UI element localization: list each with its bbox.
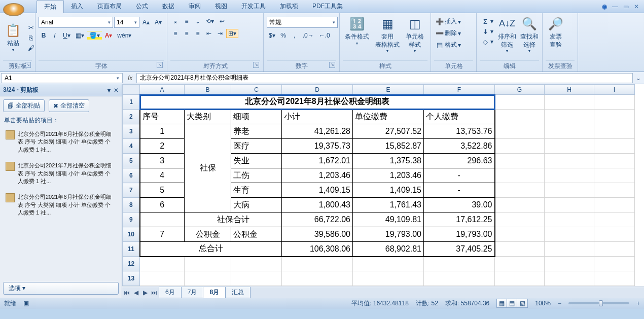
cell[interactable] xyxy=(545,227,594,242)
cell[interactable]: 序号 xyxy=(140,110,185,124)
cell[interactable]: 49,109.81 xyxy=(353,212,424,227)
tab-review[interactable]: 审阅 xyxy=(182,0,208,13)
row-header[interactable]: 9 xyxy=(123,212,140,227)
formula-bar[interactable]: 北京分公司2021年8月社保公积金明细表 xyxy=(136,73,633,83)
cell[interactable]: 1,761.43 xyxy=(353,198,424,212)
row-header[interactable]: 12 xyxy=(123,257,140,271)
restore-icon[interactable]: ▭ xyxy=(623,3,629,10)
row-header[interactable]: 3 xyxy=(123,124,140,139)
dec-decimal-button[interactable]: ←.0 xyxy=(317,31,332,40)
fx-icon[interactable]: fx xyxy=(124,75,136,82)
cell[interactable] xyxy=(282,271,353,286)
grow-font-button[interactable]: A▴ xyxy=(140,17,152,28)
align-right-button[interactable]: ≡ xyxy=(193,29,203,38)
tab-insert[interactable]: 插入 xyxy=(64,0,90,13)
italic-button[interactable]: I xyxy=(50,31,60,40)
cell[interactable]: 13,753.76 xyxy=(424,124,495,139)
cell[interactable]: 37,405.25 xyxy=(424,242,495,257)
cell[interactable] xyxy=(545,198,594,212)
font-color-button[interactable]: A▾ xyxy=(103,31,115,40)
cell[interactable]: 66,722.06 xyxy=(282,212,353,227)
cut-button[interactable]: ✂ xyxy=(25,23,37,32)
cell[interactable]: 68,902.81 xyxy=(353,242,424,257)
cell[interactable]: 社保 xyxy=(185,124,231,212)
office-button[interactable] xyxy=(3,3,24,16)
clip-item[interactable]: 北京分公司2021年6月社保公积金明细表 序号 大类别 细项 小计 单位缴费 个… xyxy=(2,190,120,220)
select-all-corner[interactable] xyxy=(123,85,140,95)
cell[interactable] xyxy=(594,139,635,154)
sort-filter-button[interactable]: A↓Z排序和 筛选▾ xyxy=(497,15,517,55)
cell[interactable] xyxy=(424,271,495,286)
cell[interactable]: 17,612.25 xyxy=(424,212,495,227)
sheet-nav-last[interactable]: ⏭ xyxy=(150,289,159,296)
cell[interactable] xyxy=(594,271,635,286)
view-break-button[interactable]: ▧ xyxy=(517,299,527,307)
tab-formula[interactable]: 公式 xyxy=(129,0,155,13)
cell[interactable]: 社保合计 xyxy=(185,212,282,227)
copy-button[interactable]: ⎘ xyxy=(25,33,37,42)
border-button[interactable]: ▦▾ xyxy=(74,31,86,40)
cell[interactable] xyxy=(495,168,545,183)
align-middle-button[interactable]: ≡ xyxy=(182,17,192,26)
cell[interactable] xyxy=(495,139,545,154)
cell[interactable] xyxy=(545,257,594,271)
inc-decimal-button[interactable]: .0→ xyxy=(301,31,316,40)
col-header[interactable]: B xyxy=(185,85,231,95)
cell[interactable] xyxy=(594,183,635,198)
indent-inc-button[interactable]: ⇥ xyxy=(215,29,225,38)
cell[interactable] xyxy=(353,257,424,271)
cell[interactable] xyxy=(140,212,185,227)
cell[interactable]: 4 xyxy=(140,168,185,183)
col-header[interactable]: G xyxy=(495,85,545,95)
cell-styles-button[interactable]: ◫单元格 样式▾ xyxy=(404,15,426,55)
comma-button[interactable]: , xyxy=(290,31,300,40)
percent-button[interactable]: % xyxy=(278,31,289,40)
align-center-button[interactable]: ≡ xyxy=(182,29,192,38)
cell[interactable]: 27,507.52 xyxy=(353,124,424,139)
cell[interactable] xyxy=(495,95,545,110)
row-header[interactable]: 11 xyxy=(123,242,140,257)
clear-button[interactable]: ◇▾ xyxy=(480,37,495,46)
cell[interactable] xyxy=(353,271,424,286)
col-header[interactable]: E xyxy=(353,85,424,95)
cell[interactable] xyxy=(594,154,635,168)
cell[interactable] xyxy=(495,198,545,212)
delete-cells-button[interactable]: ➖删除 ▾ xyxy=(434,28,462,38)
tab-layout[interactable]: 页面布局 xyxy=(90,0,129,13)
tab-pdf[interactable]: PDF工具集 xyxy=(305,0,350,13)
zoom-slider[interactable] xyxy=(568,302,629,304)
autosum-button[interactable]: Σ▾ xyxy=(480,17,495,26)
sheet-tab[interactable]: 6月 xyxy=(159,287,182,298)
cell[interactable] xyxy=(545,271,594,286)
cell[interactable] xyxy=(594,227,635,242)
wrap-text-button[interactable]: ↩ xyxy=(217,17,227,26)
cell[interactable] xyxy=(594,212,635,227)
cell[interactable]: 5 xyxy=(140,183,185,198)
sheet-tab[interactable]: 7月 xyxy=(181,287,204,298)
fill-color-button[interactable]: 🪣▾ xyxy=(87,31,102,40)
cell[interactable]: 失业 xyxy=(231,154,282,168)
cell[interactable]: 39,586.00 xyxy=(282,227,353,242)
col-header[interactable]: C xyxy=(231,85,282,95)
cell[interactable]: 医疗 xyxy=(231,139,282,154)
cell[interactable] xyxy=(495,154,545,168)
cell[interactable]: 工伤 xyxy=(231,168,282,183)
sheet-tab[interactable]: 汇总 xyxy=(225,287,251,298)
cell[interactable] xyxy=(545,168,594,183)
cell[interactable] xyxy=(545,212,594,227)
cell[interactable] xyxy=(495,227,545,242)
cell[interactable]: 公积金 xyxy=(231,227,282,242)
phonetic-button[interactable]: wén▾ xyxy=(115,31,133,40)
cell[interactable] xyxy=(594,124,635,139)
cell[interactable] xyxy=(594,257,635,271)
insert-cells-button[interactable]: ➕插入 ▾ xyxy=(434,17,462,26)
cell[interactable]: 7 xyxy=(140,227,185,242)
row-header[interactable]: 8 xyxy=(123,198,140,212)
sheet-tab[interactable]: 8月 xyxy=(203,287,226,298)
cell[interactable]: 15,852.87 xyxy=(353,139,424,154)
view-layout-button[interactable]: ▤ xyxy=(507,299,517,307)
format-painter-button[interactable]: 🖌 xyxy=(25,43,37,52)
col-header[interactable]: F xyxy=(424,85,495,95)
cell[interactable]: - xyxy=(424,183,495,198)
bold-button[interactable]: B xyxy=(39,31,49,40)
